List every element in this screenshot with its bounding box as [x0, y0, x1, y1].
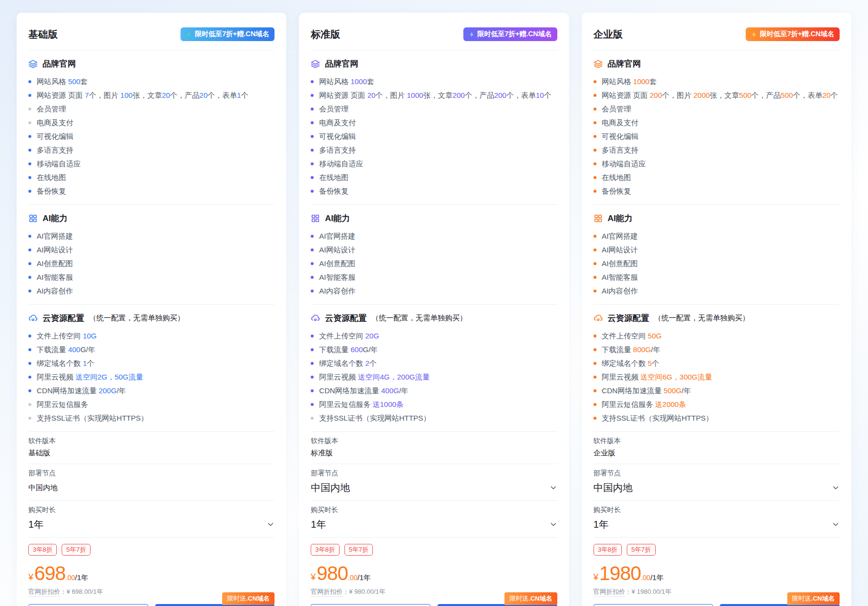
feature-item: 电商及支付 [28, 116, 274, 130]
bullet-icon [28, 108, 31, 111]
feature-item-text: 下载流量 600G/年 [319, 345, 378, 355]
software-version: 软件版本 企业版 [594, 432, 840, 464]
divider [594, 304, 840, 305]
bullet-icon [594, 417, 596, 420]
discount-note-label: 官网折扣价 [594, 588, 625, 597]
bullet-icon [28, 348, 31, 351]
feature-item-text: CDN网络加速流量 200G/年 [37, 386, 126, 396]
feature-item: 文件上传空间 10G [28, 329, 274, 343]
bullet-icon [311, 235, 314, 238]
lightning-icon [751, 31, 757, 38]
bullet-icon [594, 149, 596, 152]
feature-item: 网站资源 页面 200个，图片 2000张，文章500个，产品500个，表单20… [594, 89, 840, 102]
feature-value: 送空间4G，200G流量 [358, 373, 430, 381]
feature-item: AI智能客服 [28, 270, 274, 284]
feature-value: 10 [536, 91, 544, 99]
bullet-icon [594, 235, 596, 238]
feature-value: 1000 [407, 91, 423, 99]
feature-value: 20G [365, 332, 379, 340]
feature-item: 文件上传空间 50G [594, 329, 840, 343]
feature-value: 20 [367, 91, 376, 99]
deploy-node-select[interactable]: 部署节点 中国内地 [311, 464, 557, 500]
feature-item: 阿里云视频 送空间6G，300G流量 [594, 370, 840, 384]
feature-item-text: 支持SSL证书（实现网站HTTPS） [602, 414, 713, 423]
discount-note-value: ：¥ 698.00/1年 [60, 588, 103, 595]
chevron-down-icon [549, 484, 557, 492]
software-version-value: 标准版 [311, 449, 557, 458]
price-unit: /1年 [358, 573, 371, 583]
duration-select[interactable]: 购买时长 1年 [594, 501, 840, 537]
feature-item-text: 会员管理 [602, 105, 631, 114]
feature-value: 20 [822, 91, 831, 99]
feature-section: 云资源配置（统一配置，无需单独购买）文件上传空间 50G下载流量 800G/年绑… [594, 313, 840, 425]
discount-note-value: ：¥ 980.00/1年 [343, 588, 385, 595]
feature-item: 网站风格 1000套 [594, 75, 840, 89]
consult-button[interactable]: 免费咨询 [311, 604, 431, 606]
feature-value: 2 [365, 359, 369, 367]
consult-button[interactable]: 免费咨询 [594, 604, 713, 606]
promo-badge-label: 限时低至7折+赠.CN域名 [195, 30, 269, 39]
feature-item-text: AI智能客服 [319, 273, 355, 282]
deploy-node-select[interactable]: 部署节点 中国内地 [594, 464, 840, 500]
bullet-icon [311, 290, 314, 292]
grid-icon [311, 214, 320, 223]
feature-item-text: AI内容创作 [37, 287, 73, 296]
feature-item: 在线地图 [594, 171, 840, 184]
feature-item-text: 电商及支付 [37, 118, 73, 128]
feature-item-text: 网站资源 页面 200个，图片 2000张，文章500个，产品500个，表单20… [602, 91, 838, 100]
feature-item-text: 电商及支付 [602, 118, 639, 128]
feature-item: 备份恢复 [311, 184, 557, 198]
grid-icon [594, 214, 603, 223]
feature-section: AI能力AI官网搭建AI网站设计AI创意配图AI智能客服AI内容创作 [311, 213, 557, 298]
promo-badge-label: 限时低至7折+赠.CN域名 [760, 30, 834, 39]
feature-value: 400 [68, 345, 80, 354]
software-version-value: 企业版 [594, 449, 840, 458]
grid-icon [28, 214, 38, 223]
plan-title: 基础版 [28, 28, 58, 41]
action-buttons: 限时送.CN域名 免费咨询 立即购买 [594, 604, 840, 606]
divider [311, 304, 557, 305]
feature-value: 送空间2G，50G流量 [75, 373, 143, 381]
feature-item-text: 移动端自适应 [602, 159, 646, 169]
feature-item-text: 阿里云视频 送空间6G，300G流量 [602, 373, 712, 382]
consult-button[interactable]: 免费咨询 [28, 604, 148, 606]
feature-item-text: 文件上传空间 50G [602, 332, 662, 341]
feature-item: 备份恢复 [594, 184, 840, 198]
discount-tag: 3年8折 [594, 544, 622, 556]
discount-tag: 5年7折 [344, 544, 373, 556]
feature-item: AI内容创作 [594, 284, 840, 298]
duration-select[interactable]: 购买时长 1年 [311, 501, 557, 537]
section-title: AI能力 [325, 213, 350, 224]
feature-section: 云资源配置（统一配置，无需单独购买）文件上传空间 20G下载流量 600G/年绑… [311, 313, 557, 425]
bullet-icon [311, 176, 314, 179]
duration-value: 1年 [311, 518, 326, 531]
lightning-icon [186, 31, 192, 38]
feature-sections: 品牌官网网站风格 1000套网站资源 页面 20个，图片 1000张，文章200… [311, 50, 557, 432]
feature-item: CDN网络加速流量 200G/年 [28, 384, 274, 398]
section-title: 云资源配置 [325, 313, 366, 324]
feature-item: 多语言支持 [28, 143, 274, 157]
section-title: AI能力 [608, 213, 633, 224]
bullet-icon [594, 262, 596, 265]
bullet-icon [28, 362, 31, 365]
bullet-icon [28, 176, 31, 179]
section-title: 品牌官网 [608, 58, 641, 69]
section-title: 品牌官网 [43, 58, 76, 69]
duration-select[interactable]: 购买时长 1年 [28, 501, 274, 537]
feature-value: 1 [83, 359, 87, 367]
bullet-icon [28, 162, 31, 165]
feature-item: 网站资源 页面 20个，图片 1000张，文章200个，产品200个，表单10个 [311, 89, 557, 102]
chevron-down-icon [832, 484, 840, 492]
feature-item-text: 文件上传空间 20G [319, 332, 379, 341]
feature-item: 支持SSL证书（实现网站HTTPS） [28, 411, 274, 425]
section-title: AI能力 [43, 213, 68, 224]
feature-sections: 品牌官网网站风格 1000套网站资源 页面 200个，图片 2000张，文章50… [594, 50, 840, 432]
bullet-icon [28, 389, 31, 392]
feature-item: 移动端自适应 [28, 157, 274, 171]
price-amount: 698 [34, 563, 66, 583]
bullet-icon [28, 121, 31, 124]
feature-item: 阿里云视频 送空间4G，200G流量 [311, 370, 557, 384]
chevron-down-icon [267, 520, 274, 528]
feature-item-text: 支持SSL证书（实现网站HTTPS） [37, 414, 148, 423]
feature-item-text: AI智能客服 [37, 273, 73, 282]
